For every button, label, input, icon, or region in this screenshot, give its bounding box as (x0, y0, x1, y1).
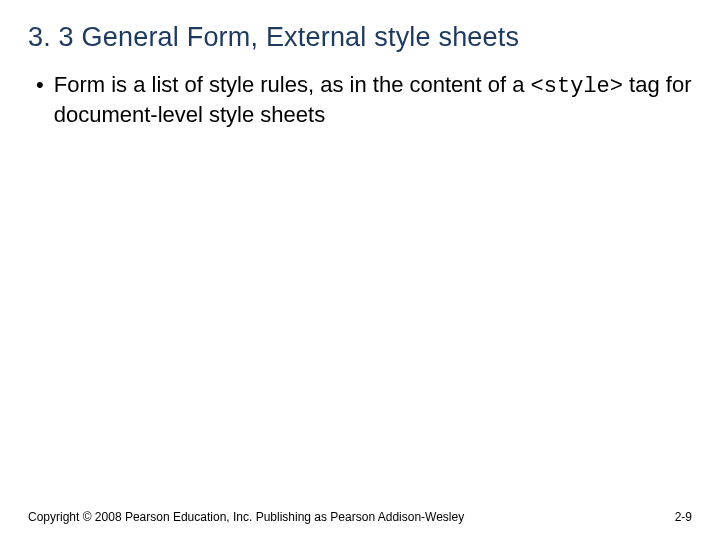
footer: Copyright © 2008 Pearson Education, Inc.… (28, 510, 692, 524)
bullet-item: • Form is a list of style rules, as in t… (28, 71, 692, 128)
page-number: 2-9 (675, 510, 692, 524)
code-literal: <style> (531, 74, 623, 99)
copyright-text: Copyright © 2008 Pearson Education, Inc.… (28, 510, 464, 524)
bullet-text: Form is a list of style rules, as in the… (54, 71, 692, 128)
bullet-text-before: Form is a list of style rules, as in the… (54, 72, 531, 97)
bullet-marker: • (36, 71, 44, 99)
slide: 3. 3 General Form, External style sheets… (0, 0, 720, 540)
slide-title: 3. 3 General Form, External style sheets (28, 22, 692, 53)
